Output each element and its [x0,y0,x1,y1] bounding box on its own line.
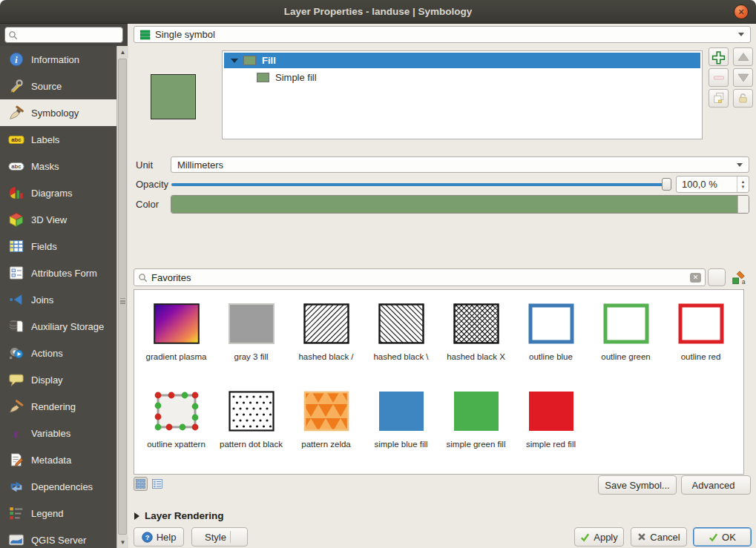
sidebar-item-actions[interactable]: Actions [0,340,116,366]
tree-row-simple-fill[interactable]: Simple fill [223,70,702,85]
sidebar-item-auxiliary-storage[interactable]: Auxiliary Storage [0,313,116,340]
advanced-button[interactable]: Advanced [681,475,751,495]
sidebar-item-source[interactable]: Source [0,73,116,99]
style-button[interactable]: Style [191,527,248,547]
view3d-icon [8,211,24,228]
titlebar[interactable]: Layer Properties - landuse | Symbology ✕ [0,0,756,24]
save-symbol-button[interactable]: Save Symbol... [598,475,677,495]
checkmark-icon [580,532,590,542]
sidebar-item-dependencies[interactable]: Dependencies [0,473,116,500]
layer-rendering-expander[interactable]: Layer Rendering [134,510,224,521]
opacity-spinbox[interactable]: 100,0 % ▲▼ [676,176,749,193]
display-icon [8,372,24,388]
apply-label: Apply [594,532,618,543]
advanced-label: Advanced [692,480,735,491]
symbol-search-box[interactable]: ✕ [134,268,706,286]
sidebar-item-label: Diagrams [31,188,73,199]
symbol-preview-thumbnail [528,303,574,346]
fill-swatch [243,56,256,65]
legend-icon [8,505,24,521]
lock-color-button[interactable] [733,89,753,108]
move-up-button[interactable] [733,47,753,66]
symbol-outline-blue[interactable]: outline blue [513,303,588,391]
help-button[interactable]: ? Help [134,527,184,547]
symbol-simple-green-fill[interactable]: simple green fill [438,391,513,475]
symbol-pattern-dot-black[interactable]: pattern dot black [214,391,289,475]
actions-icon [8,345,24,361]
sidebar-search-input[interactable] [18,30,113,40]
add-symbol-layer-button[interactable] [709,47,729,66]
scrollbar-thumb[interactable] [118,59,127,535]
symbol-hashed-black[interactable]: hashed black \ [364,303,438,391]
renderer-select[interactable]: Single symbol [134,26,751,43]
symbol-outline-green[interactable]: outline green [588,303,663,391]
sidebar-item-diagrams[interactable]: Diagrams [0,179,116,206]
symbol-hashed-black[interactable]: hashed black / [289,303,364,391]
symbol-gradient-plasma[interactable]: gradient plasma [139,303,214,391]
svg-text:abc: abc [11,136,22,143]
color-dropdown[interactable] [737,196,749,213]
unit-select[interactable]: Millimeters [171,156,749,173]
symbol-gray-3-fill[interactable]: gray 3 fill [214,303,289,391]
remove-symbol-layer-button[interactable] [709,68,729,87]
opacity-slider[interactable] [171,176,671,193]
diagrams-icon [8,185,24,201]
sidebar-item-qgis-server[interactable]: QGIS Server [0,526,116,548]
sidebar-item-metadata[interactable]: Metadata [0,446,116,473]
sidebar-item-display[interactable]: Display [0,366,116,393]
sidebar-item-joins[interactable]: Joins [0,286,116,313]
sidebar-item-attributes-form[interactable]: Attributes Form [0,260,116,286]
sidebar-item-rendering[interactable]: Rendering [0,393,116,420]
lock-open-icon [736,91,750,105]
symbol-label: simple red fill [516,439,587,449]
symbol-label: pattern dot black [216,439,287,449]
symbol-outline-xpattern[interactable]: outline xpattern [139,391,214,475]
sidebar-scrollbar[interactable]: ▲ ▼ [116,46,128,548]
symbol-preview-thumbnail [303,391,349,434]
color-swatch[interactable] [171,196,737,213]
symbol-search-input[interactable] [151,272,686,283]
scroll-down-icon[interactable]: ▼ [117,536,128,548]
sidebar-item-legend[interactable]: Legend [0,500,116,526]
svg-text:?: ? [145,533,149,541]
search-icon [8,30,18,40]
sidebar-item-label: Rendering [31,401,76,412]
symbol-pattern-zelda[interactable]: pattern zelda [289,391,364,475]
sidebar-item-information[interactable]: iInformation [0,46,116,73]
source-icon [8,78,24,94]
symbol-simple-blue-fill[interactable]: simple blue fill [364,391,438,475]
symbol-outline-red[interactable]: outline red [663,303,738,391]
scroll-up-icon[interactable]: ▲ [117,46,128,58]
chevron-down-icon [738,33,744,36]
slider-handle[interactable] [662,178,671,191]
clear-search-icon[interactable]: ✕ [690,273,701,283]
sidebar-item-variables[interactable]: εVariables [0,420,116,446]
cancel-button[interactable]: Cancel [631,527,687,547]
list-view-toggle-button[interactable] [150,477,164,491]
sidebar-search-box[interactable] [4,27,123,43]
spinner-arrows-icon[interactable]: ▲▼ [737,176,749,192]
sidebar-item-3d-view[interactable]: 3D View [0,206,116,233]
duplicate-symbol-layer-button[interactable] [709,89,729,108]
tree-expander-icon[interactable] [231,59,238,63]
icon-view-toggle-button[interactable] [134,477,148,491]
tree-row-fill[interactable]: Fill [224,53,700,68]
sidebar-item-labels[interactable]: abcLabels [0,126,116,153]
symbol-simple-red-fill[interactable]: simple red fill [513,391,588,475]
symbol-hashed-black-x[interactable]: hashed black X [438,303,513,391]
close-window-button[interactable]: ✕ [734,4,749,19]
apply-button[interactable]: Apply [574,527,624,547]
color-button[interactable] [171,195,749,214]
sidebar-item-symbology[interactable]: Symbology [0,99,116,126]
layer-properties-dialog: Layer Properties - landuse | Symbology ✕… [0,0,756,548]
sidebar-item-masks[interactable]: abcMasks [0,153,116,179]
move-down-button[interactable] [733,68,753,87]
symbol-preview-thumbnail [453,303,499,346]
sidebar-item-fields[interactable]: Fields [0,233,116,260]
style-manager-button[interactable]: a [729,268,749,287]
ok-button[interactable]: OK [693,527,752,547]
saved-symbols-grid: gradient plasmagray 3 fillhashed black /… [134,289,744,475]
symbol-filter-dropdown-button[interactable] [708,268,726,286]
expander-right-icon [134,512,139,520]
symbol-label: outline green [591,351,662,362]
